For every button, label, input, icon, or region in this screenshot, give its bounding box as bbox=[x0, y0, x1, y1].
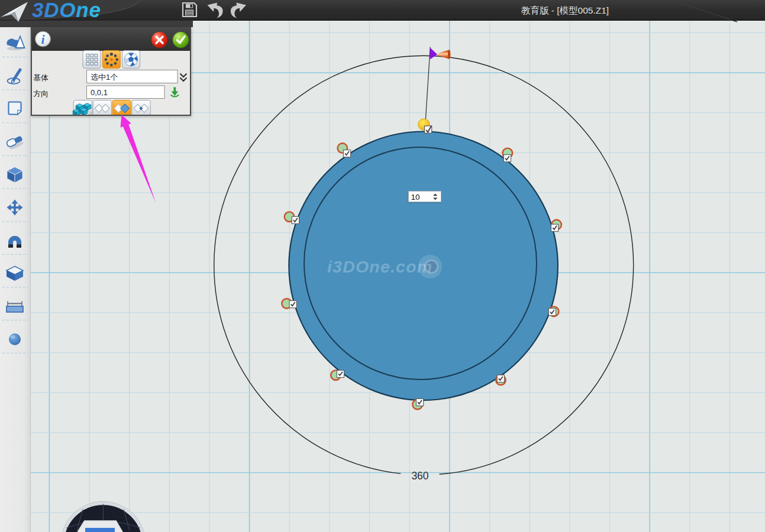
svg-text:i: i bbox=[41, 32, 45, 47]
svg-text:360: 360 bbox=[411, 470, 428, 482]
svg-text:教育版 - [模型005.Z1]: 教育版 - [模型005.Z1] bbox=[521, 5, 609, 15]
svg-text:0,0,1: 0,0,1 bbox=[91, 88, 108, 97]
svg-text:基体: 基体 bbox=[33, 73, 49, 82]
svg-text:方向: 方向 bbox=[33, 89, 49, 98]
svg-text:3DOne: 3DOne bbox=[32, 0, 101, 21]
svg-text:i3DOne.com: i3DOne.com bbox=[327, 257, 432, 276]
svg-text:选中1个: 选中1个 bbox=[91, 73, 118, 82]
